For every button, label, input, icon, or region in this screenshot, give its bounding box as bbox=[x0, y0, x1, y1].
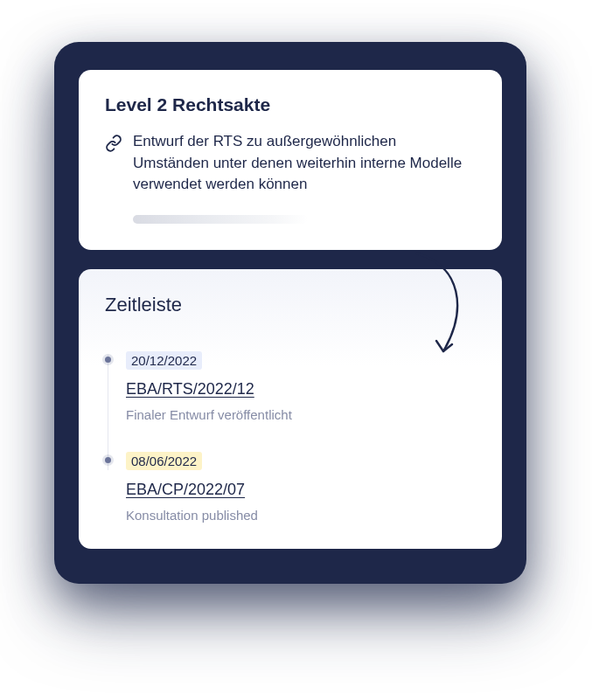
card-title: Level 2 Rechtsakte bbox=[105, 94, 476, 115]
timeline-description: Finaler Entwurf veröffentlicht bbox=[126, 407, 476, 422]
timeline-reference-link[interactable]: EBA/RTS/2022/12 bbox=[126, 380, 476, 399]
timeline-date: 08/06/2022 bbox=[126, 452, 202, 470]
timeline-list: 20/12/2022 EBA/RTS/2022/12 Finaler Entwu… bbox=[105, 351, 476, 523]
link-icon bbox=[105, 135, 122, 156]
timeline-dot-icon bbox=[105, 457, 111, 463]
timeline-reference-link[interactable]: EBA/CP/2022/07 bbox=[126, 481, 476, 499]
timeline-description: Konsultation published bbox=[126, 508, 476, 523]
skeleton-placeholder bbox=[133, 215, 308, 224]
timeline-title: Zeitleiste bbox=[105, 294, 476, 316]
card-rechtsakte: Level 2 Rechtsakte Entwurf der RTS zu au… bbox=[79, 70, 502, 250]
container-panel: Level 2 Rechtsakte Entwurf der RTS zu au… bbox=[54, 42, 526, 584]
timeline-item: 08/06/2022 EBA/CP/2022/07 Konsultation p… bbox=[126, 452, 476, 523]
document-link-row[interactable]: Entwurf der RTS zu außergewöhnlichen Ums… bbox=[105, 131, 476, 196]
card-timeline: Zeitleiste 20/12/2022 EBA/RTS/2022/12 Fi… bbox=[79, 269, 502, 549]
timeline-item: 20/12/2022 EBA/RTS/2022/12 Finaler Entwu… bbox=[126, 351, 476, 422]
document-link-text: Entwurf der RTS zu außergewöhnlichen Ums… bbox=[133, 131, 476, 196]
timeline-dot-icon bbox=[105, 357, 111, 363]
timeline-date: 20/12/2022 bbox=[126, 351, 202, 370]
